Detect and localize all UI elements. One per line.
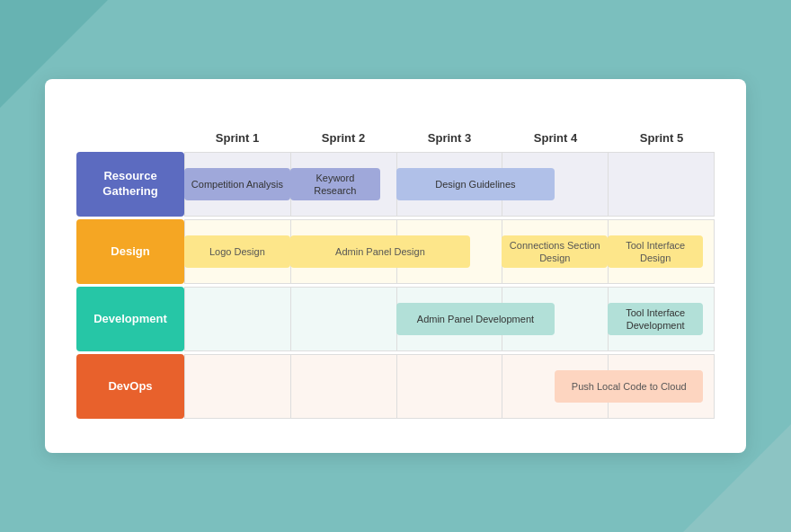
- sprint-cell-resource-5: [608, 153, 714, 216]
- roadmap-card: Sprint 1Sprint 2Sprint 3Sprint 4Sprint 5…: [45, 79, 746, 453]
- row-devops: DevOpsPush Local Code to Cloud: [76, 354, 715, 419]
- sprint-cell-dev-2: [290, 288, 396, 350]
- row-dev: DevelopmentAdmin Panel DevelopmentTool I…: [76, 287, 715, 351]
- sprint-cell-devops-1: [184, 355, 290, 418]
- label-devops: DevOps: [76, 354, 184, 419]
- task-resource-1: Keyword Research: [290, 168, 380, 200]
- sprint-area-resource: Competition AnalysisKeyword ResearchDesi…: [184, 152, 715, 217]
- sprint-header-5: Sprint 5: [609, 128, 715, 148]
- sprint-cell-devops-3: [396, 355, 502, 418]
- gantt-body: Resource GatheringCompetition AnalysisKe…: [76, 152, 715, 419]
- task-dev-1: Tool Interface Development: [608, 303, 703, 335]
- task-resource-2: Design Guidelines: [396, 168, 555, 200]
- row-resource: Resource GatheringCompetition AnalysisKe…: [76, 152, 715, 217]
- task-resource-0: Competition Analysis: [184, 168, 290, 200]
- task-design-1: Admin Panel Design: [290, 235, 470, 268]
- label-resource: Resource Gathering: [76, 152, 184, 217]
- task-dev-0: Admin Panel Development: [396, 303, 555, 335]
- label-dev: Development: [76, 287, 184, 351]
- sprint-header-1: Sprint 1: [184, 128, 290, 148]
- sprint-header-4: Sprint 4: [502, 128, 609, 148]
- sprint-header-3: Sprint 3: [396, 128, 502, 148]
- sprint-area-design: Logo DesignAdmin Panel DesignConnections…: [184, 219, 715, 284]
- sprint-area-devops: Push Local Code to Cloud: [184, 354, 715, 419]
- label-design: Design: [76, 219, 184, 284]
- task-design-3: Tool Interface Design: [608, 235, 703, 268]
- task-design-2: Connections Section Design: [502, 235, 608, 268]
- task-design-0: Logo Design: [184, 235, 290, 268]
- task-devops-0: Push Local Code to Cloud: [555, 370, 703, 403]
- sprint-header: Sprint 1Sprint 2Sprint 3Sprint 4Sprint 5: [76, 128, 715, 148]
- sprint-header-labels: Sprint 1Sprint 2Sprint 3Sprint 4Sprint 5: [184, 128, 715, 148]
- sprint-header-2: Sprint 2: [290, 128, 396, 148]
- row-design: DesignLogo DesignAdmin Panel DesignConne…: [76, 219, 715, 284]
- sprint-area-dev: Admin Panel DevelopmentTool Interface De…: [184, 287, 715, 351]
- sprint-cell-dev-1: [184, 288, 290, 350]
- sprint-cell-devops-2: [290, 355, 396, 418]
- header-empty: [76, 128, 184, 148]
